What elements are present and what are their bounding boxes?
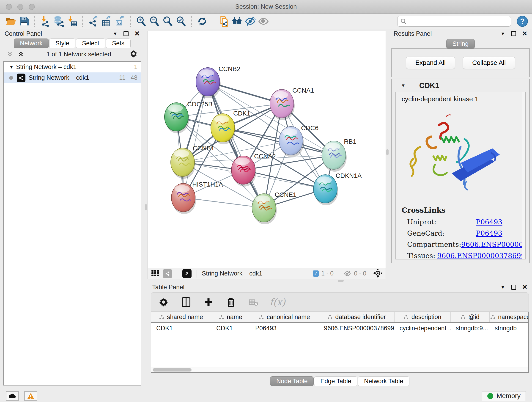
- tree-expand-icon[interactable]: ▼: [7, 65, 16, 70]
- network-node-CDK1[interactable]: CDK1: [211, 110, 250, 144]
- tab-sets[interactable]: Sets: [106, 38, 131, 48]
- panel-collapse-icon[interactable]: ▼: [113, 31, 118, 36]
- network-node-CDC6[interactable]: CDC6: [279, 124, 318, 157]
- birdseye-grid-icon[interactable]: [151, 269, 160, 279]
- network-node-CCNA1[interactable]: CCNA1: [270, 87, 314, 120]
- panel-close-icon[interactable]: ✕: [522, 284, 527, 290]
- network-node-CCNA2[interactable]: CCNA2: [231, 153, 276, 186]
- column-header-name[interactable]: name: [211, 312, 250, 322]
- save-session-icon[interactable]: [17, 15, 31, 28]
- cloud-button[interactable]: [6, 391, 19, 401]
- zoom-fit-icon[interactable]: [161, 15, 174, 28]
- tab-select[interactable]: Select: [76, 38, 105, 48]
- network-node-CCNB1[interactable]: CCNB1: [171, 145, 215, 179]
- network-node-CDKN1A[interactable]: CDKN1A: [313, 172, 362, 205]
- import-network-icon[interactable]: [39, 15, 52, 28]
- open-file-icon[interactable]: [4, 15, 17, 28]
- selected-checkbox-icon[interactable]: ✓: [313, 270, 319, 277]
- column-header-canonical-name[interactable]: canonical name: [250, 312, 319, 322]
- table-cell[interactable]: cyclin-dependent ...: [394, 323, 451, 334]
- zoom-selected-icon[interactable]: [174, 15, 188, 28]
- collapse-all-button[interactable]: Collapse All: [463, 57, 515, 69]
- network-collection-row[interactable]: ▼ String Network – cdk1 1: [4, 62, 141, 72]
- network-row[interactable]: String Network – cdk1 11 48: [4, 72, 141, 83]
- tab-network-table[interactable]: Network Table: [358, 376, 409, 386]
- panel-close-icon[interactable]: ✕: [134, 31, 140, 37]
- network-node-CDC25B[interactable]: CDC25B: [165, 101, 212, 133]
- expand-all-button[interactable]: Expand All: [406, 57, 455, 69]
- show-columns-icon[interactable]: [180, 296, 192, 308]
- panel-close-icon[interactable]: ✕: [522, 31, 527, 37]
- homes-icon[interactable]: [230, 15, 244, 28]
- table-cell[interactable]: CDK1: [151, 323, 211, 334]
- compartments-link[interactable]: 9606.ENSP00000378699: [461, 240, 526, 249]
- refresh-icon[interactable]: [196, 15, 209, 28]
- network-node-CCNB2[interactable]: CCNB2: [196, 65, 240, 98]
- uniprot-link[interactable]: P06493: [476, 218, 502, 226]
- add-column-icon[interactable]: [202, 296, 215, 308]
- network-options-gear-icon[interactable]: [129, 49, 138, 60]
- vertical-splitter[interactable]: [386, 29, 389, 279]
- network-edge[interactable]: [208, 82, 264, 208]
- table-row[interactable]: CDK1CDK1P064939606.ENSP00000378699cyclin…: [151, 323, 528, 334]
- table-cell[interactable]: P06493: [250, 323, 319, 334]
- hide-selected-icon[interactable]: [244, 15, 257, 28]
- genecard-link[interactable]: P06493: [476, 229, 502, 237]
- delete-table-icon[interactable]: [247, 296, 260, 308]
- zoom-in-icon[interactable]: [134, 15, 148, 28]
- panel-float-icon[interactable]: [511, 285, 516, 290]
- panel-collapse-icon[interactable]: ▼: [500, 31, 505, 36]
- network-node-CCNE1[interactable]: CCNE1: [252, 191, 297, 224]
- network-node-RB1[interactable]: RB1: [322, 138, 356, 172]
- tissues-link[interactable]: 9606.ENSP00000378699: [437, 252, 525, 259]
- column-header-database-identifier[interactable]: database identifier: [319, 312, 394, 322]
- table-cell[interactable]: stringdb:9...: [451, 323, 490, 334]
- network-edge[interactable]: [183, 82, 208, 198]
- node-label: CDKN1A: [336, 172, 362, 179]
- zoom-out-icon[interactable]: [148, 15, 161, 28]
- table-cell[interactable]: 9606.ENSP00000378699: [319, 323, 394, 334]
- table-gear-icon[interactable]: [157, 296, 170, 308]
- vertical-splitter[interactable]: [144, 29, 147, 390]
- function-builder-icon[interactable]: f(x): [270, 297, 285, 307]
- import-database-icon[interactable]: [52, 15, 65, 28]
- table-hscrollbar[interactable]: [151, 367, 528, 372]
- search-box[interactable]: [397, 16, 511, 27]
- search-input[interactable]: [409, 18, 508, 25]
- tab-string[interactable]: String: [446, 39, 475, 49]
- table-cell[interactable]: CDK1: [211, 323, 250, 334]
- help-icon[interactable]: ?: [517, 16, 528, 27]
- export-table-icon[interactable]: [100, 15, 113, 28]
- network-node-HIST1H1A[interactable]: HIST1H1A: [171, 181, 223, 214]
- import-table-icon[interactable]: [65, 15, 79, 28]
- crosslinks-section: CrossLinks Uniprot:P06493 GeneCard:P0649…: [402, 206, 525, 259]
- detach-view-icon[interactable]: [182, 269, 191, 278]
- expand-all-networks-icon[interactable]: [17, 51, 24, 58]
- tab-style[interactable]: Style: [49, 38, 75, 48]
- panel-collapse-icon[interactable]: ▼: [500, 285, 505, 290]
- results-scrollbar[interactable]: [522, 92, 525, 259]
- network-canvas[interactable]: CCNB2CCNA1CDC25BCDK1CDC6RB1CCNB1CCNA2CDK…: [148, 31, 386, 268]
- column-header-description[interactable]: description: [394, 312, 451, 322]
- horizontal-splitter[interactable]: [147, 279, 532, 282]
- table-cell[interactable]: stringdb: [490, 323, 529, 334]
- panel-float-icon[interactable]: [511, 31, 516, 36]
- export-image-icon[interactable]: [113, 15, 127, 28]
- network-badge-icon[interactable]: [163, 269, 172, 278]
- column-header-shared-name[interactable]: shared name: [151, 312, 211, 322]
- column-header-namespace[interactable]: namespace: [490, 312, 529, 322]
- duplicate-network-icon[interactable]: [217, 15, 230, 28]
- warnings-button[interactable]: [24, 391, 37, 401]
- collapse-all-networks-icon[interactable]: [6, 51, 13, 58]
- export-network-icon[interactable]: [87, 15, 100, 28]
- column-header--id[interactable]: @id: [451, 312, 490, 322]
- fit-navigate-icon[interactable]: [373, 268, 383, 279]
- show-all-icon[interactable]: [257, 15, 270, 28]
- tab-edge-table[interactable]: Edge Table: [314, 376, 357, 386]
- tab-network[interactable]: Network: [14, 38, 49, 48]
- panel-float-icon[interactable]: [123, 31, 128, 36]
- gene-collapse-icon[interactable]: ▼: [401, 83, 405, 88]
- delete-column-icon[interactable]: [225, 296, 237, 308]
- tab-node-table[interactable]: Node Table: [270, 376, 314, 386]
- memory-button[interactable]: Memory: [482, 391, 526, 401]
